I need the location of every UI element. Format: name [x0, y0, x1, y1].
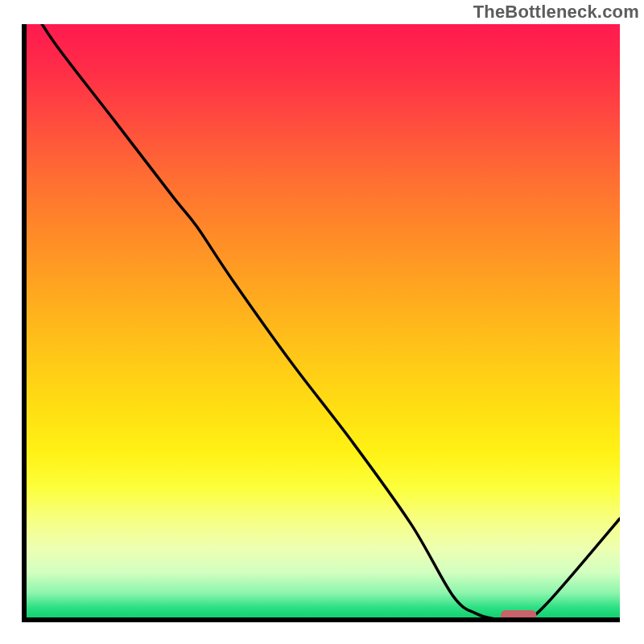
bottleneck-chart — [0, 0, 644, 644]
watermark-label: TheBottleneck.com — [473, 2, 639, 23]
chart-container: { "watermark": "TheBottleneck.com", "cha… — [0, 0, 644, 644]
plot-background — [24, 24, 620, 620]
